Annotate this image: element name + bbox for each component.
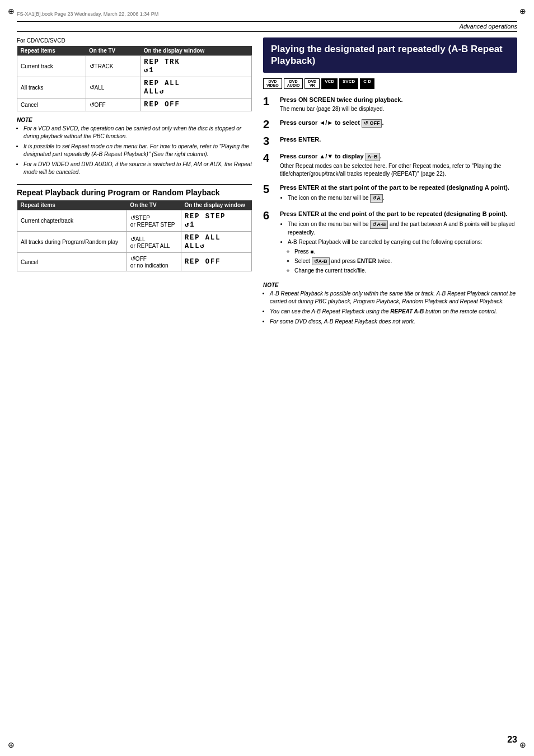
prog-row2-tv: ↺ALLor REPEAT ALL <box>127 232 181 253</box>
step-4-content: Press cursor ▲/▼ to display A–B. Other R… <box>280 152 517 177</box>
step-5-number: 5 <box>263 184 277 195</box>
cd-note: NOTE For a VCD and SVCD, the operation c… <box>17 117 252 176</box>
step-1-title: Press ON SCREEN twice during playback. <box>280 96 402 103</box>
cd-row1-tv: ↺TRACK <box>86 56 140 77</box>
cd-row3-tv: ↺OFF <box>86 98 140 111</box>
badge-dvd-video: DVD VIDEO <box>263 78 282 89</box>
list-item: A-B Repeat Playback is possible only wit… <box>270 290 517 306</box>
prog-row3-item: Cancel <box>17 253 127 271</box>
file-info: FS-XA1[B].book Page 23 Wednesday, March … <box>17 11 517 17</box>
list-item: Select ↺A-B and press ENTER twice. <box>294 257 517 266</box>
section-title-text: Playing the designated part repeatedly (… <box>271 43 509 67</box>
badge-cd: C D <box>360 78 374 89</box>
cd-row3-item: Cancel <box>17 98 86 111</box>
step-6-sub-list: Press ■. Select ↺A-B and press ENTER twi… <box>288 248 517 275</box>
prog-row3-display: REP OFF <box>181 253 251 271</box>
cd-row1-item: Current track <box>17 56 86 77</box>
cd-note-list: For a VCD and SVCD, the operation can be… <box>17 125 252 176</box>
cd-row2-item: All tracks <box>17 77 86 98</box>
right-note-title: NOTE <box>263 282 517 288</box>
step-5-icon: ↺A <box>370 194 383 203</box>
table-row: Cancel ↺OFF REP OFF <box>17 98 252 111</box>
prog-col-tv: On the TV <box>127 200 181 210</box>
step-3: 3 Press ENTER. <box>263 135 517 147</box>
step-1-content: Press ON SCREEN twice during playback. T… <box>280 96 517 113</box>
list-item: For a VCD and SVCD, the operation can be… <box>24 125 252 140</box>
step-2-title: Press cursor ◄/► to select ↺ OFF. <box>280 119 383 126</box>
step-3-title: Press ENTER. <box>280 136 321 143</box>
right-note: NOTE A-B Repeat Playback is possible onl… <box>263 282 517 326</box>
step-2-content: Press cursor ◄/► to select ↺ OFF. <box>280 119 517 127</box>
table-row: Current track ↺TRACK REP TRK↺1 <box>17 56 252 77</box>
step-6-ab-icon: ↺A-B <box>370 220 388 229</box>
step-3-number: 3 <box>263 135 277 147</box>
step-3-content: Press ENTER. <box>280 135 517 144</box>
header-title: Advanced operations <box>460 23 517 30</box>
section-divider <box>17 184 252 185</box>
step-1: 1 Press ON SCREEN twice during playback.… <box>263 96 517 113</box>
prog-row1-tv: ↺STEPor REPEAT STEP <box>127 210 181 232</box>
list-item: You can use the A-B Repeat Playback usin… <box>270 308 517 316</box>
step-5-bullets: The icon on the menu bar will be ↺A. <box>280 194 517 203</box>
step-5-title: Press ENTER at the start point of the pa… <box>280 184 509 191</box>
cd-row2-tv: ↺ALL <box>86 77 140 98</box>
step-4: 4 Press cursor ▲/▼ to display A–B. Other… <box>263 152 517 177</box>
page: ⊕ ⊕ ⊕ ⊕ FS-XA1[B].book Page 23 Wednesday… <box>0 0 534 756</box>
table-row: Current chapter/track ↺STEPor REPEAT STE… <box>17 210 252 232</box>
corner-mark-br: ⊕ <box>517 739 528 750</box>
step-4-number: 4 <box>263 152 277 163</box>
step-5: 5 Press ENTER at the start point of the … <box>263 184 517 204</box>
corner-mark-tl: ⊕ <box>6 6 17 17</box>
cd-col-tv: On the TV <box>86 46 140 56</box>
format-badges: DVD VIDEO DVD AUDIO DVD VR VCD SVCD <box>263 78 517 89</box>
main-content: For CD/VCD/SVCD Repeat items On the TV O… <box>17 37 517 334</box>
step-2-number: 2 <box>263 119 277 130</box>
step-2-icon: ↺ OFF <box>362 119 382 128</box>
table-row: All tracks ↺ALL REP ALLALL↺ <box>17 77 252 98</box>
prog-row1-item: Current chapter/track <box>17 210 127 232</box>
step-6-main-bullets: The icon on the menu bar will be ↺A-B an… <box>280 220 517 275</box>
cd-col-display: On the display window <box>140 46 252 56</box>
prog-row1-display: REP STEP↺1 <box>181 210 251 232</box>
badge-svcd: SVCD <box>339 78 358 89</box>
table-row: All tracks during Program/Random play ↺A… <box>17 232 252 253</box>
step-6-number: 6 <box>263 210 277 221</box>
corner-mark-tr: ⊕ <box>517 6 528 17</box>
right-column: Playing the designated part repeatedly (… <box>263 37 517 334</box>
cd-row2-display: REP ALLALL↺ <box>140 77 252 98</box>
list-item: Press ■. <box>294 248 517 256</box>
corner-mark-bl: ⊕ <box>6 739 17 750</box>
section-title-box: Playing the designated part repeatedly (… <box>263 37 517 73</box>
step-1-sub: The menu bar (page 28) will be displayed… <box>280 105 517 113</box>
step-2: 2 Press cursor ◄/► to select ↺ OFF. <box>263 119 517 130</box>
program-repeat-table: Repeat items On the TV On the display wi… <box>17 200 252 271</box>
prog-row3-tv: ↺OFFor no indication <box>127 253 181 271</box>
right-note-list: A-B Repeat Playback is possible only wit… <box>263 290 517 326</box>
step-1-number: 1 <box>263 96 277 107</box>
badge-dvd-vr: DVD VR <box>305 78 320 89</box>
step-6: 6 Press ENTER at the end point of the pa… <box>263 210 517 277</box>
prog-col-repeat: Repeat items <box>17 200 127 210</box>
list-item: For a DVD VIDEO and DVD AUDIO, if the so… <box>24 161 252 176</box>
step-4-title: Press cursor ▲/▼ to display A–B. <box>280 153 382 159</box>
program-section-title: Repeat Playback during Program or Random… <box>17 188 252 197</box>
step-4-icon: A–B <box>366 153 380 161</box>
page-header: Advanced operations <box>17 23 517 32</box>
header-divider <box>17 21 517 22</box>
cd-repeat-table: Repeat items On the TV On the display wi… <box>17 46 252 111</box>
table-row: Cancel ↺OFFor no indication REP OFF <box>17 253 252 271</box>
step-6-sub-icon: ↺A-B <box>312 257 330 266</box>
page-number: 23 <box>507 735 517 745</box>
left-column: For CD/VCD/SVCD Repeat items On the TV O… <box>17 37 252 334</box>
list-item: The icon on the menu bar will be ↺A. <box>288 194 517 203</box>
list-item: A-B Repeat Playback will be canceled by … <box>288 238 517 275</box>
cd-col-repeat: Repeat items <box>17 46 86 56</box>
step-4-sub: Other Repeat modes can be selected here.… <box>280 162 517 178</box>
step-6-title: Press ENTER at the end point of the part… <box>280 210 507 217</box>
step-5-content: Press ENTER at the start point of the pa… <box>280 184 517 204</box>
list-item: For some DVD discs, A-B Repeat Playback … <box>270 318 517 326</box>
cd-note-title: NOTE <box>17 117 252 123</box>
badge-vcd: VCD <box>321 78 338 89</box>
list-item: It is possible to set Repeat mode on the… <box>24 143 252 158</box>
prog-col-display: On the display window <box>181 200 251 210</box>
